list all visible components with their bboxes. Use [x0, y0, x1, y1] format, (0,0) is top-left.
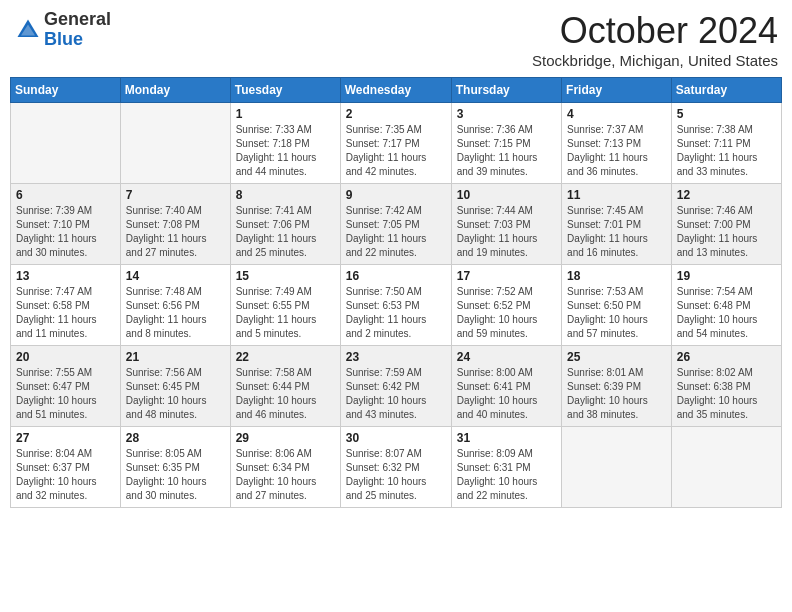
day-info: Sunrise: 7:40 AMSunset: 7:08 PMDaylight:… [126, 204, 225, 260]
day-info: Sunrise: 7:35 AMSunset: 7:17 PMDaylight:… [346, 123, 446, 179]
calendar-cell: 28Sunrise: 8:05 AMSunset: 6:35 PMDayligh… [120, 427, 230, 508]
day-number: 1 [236, 107, 335, 121]
weekday-header-row: SundayMondayTuesdayWednesdayThursdayFrid… [11, 78, 782, 103]
day-info: Sunrise: 7:42 AMSunset: 7:05 PMDaylight:… [346, 204, 446, 260]
calendar-cell: 26Sunrise: 8:02 AMSunset: 6:38 PMDayligh… [671, 346, 781, 427]
day-number: 20 [16, 350, 115, 364]
day-number: 22 [236, 350, 335, 364]
day-number: 9 [346, 188, 446, 202]
day-number: 27 [16, 431, 115, 445]
calendar-week-row: 20Sunrise: 7:55 AMSunset: 6:47 PMDayligh… [11, 346, 782, 427]
calendar-cell: 24Sunrise: 8:00 AMSunset: 6:41 PMDayligh… [451, 346, 561, 427]
day-info: Sunrise: 7:58 AMSunset: 6:44 PMDaylight:… [236, 366, 335, 422]
day-info: Sunrise: 8:01 AMSunset: 6:39 PMDaylight:… [567, 366, 666, 422]
calendar-cell: 10Sunrise: 7:44 AMSunset: 7:03 PMDayligh… [451, 184, 561, 265]
logo-text: General Blue [44, 10, 111, 50]
calendar-cell: 17Sunrise: 7:52 AMSunset: 6:52 PMDayligh… [451, 265, 561, 346]
logo: General Blue [14, 10, 111, 50]
calendar-cell: 22Sunrise: 7:58 AMSunset: 6:44 PMDayligh… [230, 346, 340, 427]
day-info: Sunrise: 7:55 AMSunset: 6:47 PMDaylight:… [16, 366, 115, 422]
day-number: 19 [677, 269, 776, 283]
day-info: Sunrise: 7:50 AMSunset: 6:53 PMDaylight:… [346, 285, 446, 341]
day-info: Sunrise: 7:53 AMSunset: 6:50 PMDaylight:… [567, 285, 666, 341]
calendar-cell: 15Sunrise: 7:49 AMSunset: 6:55 PMDayligh… [230, 265, 340, 346]
day-info: Sunrise: 7:36 AMSunset: 7:15 PMDaylight:… [457, 123, 556, 179]
calendar-table: SundayMondayTuesdayWednesdayThursdayFrid… [10, 77, 782, 508]
logo-general: General [44, 10, 111, 30]
calendar-week-row: 6Sunrise: 7:39 AMSunset: 7:10 PMDaylight… [11, 184, 782, 265]
calendar-cell: 29Sunrise: 8:06 AMSunset: 6:34 PMDayligh… [230, 427, 340, 508]
day-info: Sunrise: 7:41 AMSunset: 7:06 PMDaylight:… [236, 204, 335, 260]
weekday-header-friday: Friday [562, 78, 672, 103]
weekday-header-sunday: Sunday [11, 78, 121, 103]
day-info: Sunrise: 7:37 AMSunset: 7:13 PMDaylight:… [567, 123, 666, 179]
calendar-cell: 8Sunrise: 7:41 AMSunset: 7:06 PMDaylight… [230, 184, 340, 265]
calendar-cell: 13Sunrise: 7:47 AMSunset: 6:58 PMDayligh… [11, 265, 121, 346]
day-number: 6 [16, 188, 115, 202]
location: Stockbridge, Michigan, United States [532, 52, 778, 69]
calendar-cell: 30Sunrise: 8:07 AMSunset: 6:32 PMDayligh… [340, 427, 451, 508]
day-info: Sunrise: 7:45 AMSunset: 7:01 PMDaylight:… [567, 204, 666, 260]
day-number: 24 [457, 350, 556, 364]
calendar-cell: 9Sunrise: 7:42 AMSunset: 7:05 PMDaylight… [340, 184, 451, 265]
day-info: Sunrise: 7:48 AMSunset: 6:56 PMDaylight:… [126, 285, 225, 341]
day-number: 5 [677, 107, 776, 121]
day-number: 3 [457, 107, 556, 121]
weekday-header-monday: Monday [120, 78, 230, 103]
day-info: Sunrise: 7:49 AMSunset: 6:55 PMDaylight:… [236, 285, 335, 341]
day-info: Sunrise: 7:33 AMSunset: 7:18 PMDaylight:… [236, 123, 335, 179]
calendar-cell: 23Sunrise: 7:59 AMSunset: 6:42 PMDayligh… [340, 346, 451, 427]
month-title: October 2024 [532, 10, 778, 52]
calendar-cell: 3Sunrise: 7:36 AMSunset: 7:15 PMDaylight… [451, 103, 561, 184]
calendar-cell: 12Sunrise: 7:46 AMSunset: 7:00 PMDayligh… [671, 184, 781, 265]
day-info: Sunrise: 7:54 AMSunset: 6:48 PMDaylight:… [677, 285, 776, 341]
day-info: Sunrise: 8:06 AMSunset: 6:34 PMDaylight:… [236, 447, 335, 503]
day-number: 4 [567, 107, 666, 121]
day-number: 8 [236, 188, 335, 202]
calendar-week-row: 13Sunrise: 7:47 AMSunset: 6:58 PMDayligh… [11, 265, 782, 346]
weekday-header-wednesday: Wednesday [340, 78, 451, 103]
calendar-cell: 14Sunrise: 7:48 AMSunset: 6:56 PMDayligh… [120, 265, 230, 346]
day-info: Sunrise: 7:59 AMSunset: 6:42 PMDaylight:… [346, 366, 446, 422]
day-number: 21 [126, 350, 225, 364]
calendar-cell: 31Sunrise: 8:09 AMSunset: 6:31 PMDayligh… [451, 427, 561, 508]
page-header: General Blue October 2024 Stockbridge, M… [10, 10, 782, 69]
calendar-cell: 5Sunrise: 7:38 AMSunset: 7:11 PMDaylight… [671, 103, 781, 184]
day-number: 26 [677, 350, 776, 364]
logo-blue: Blue [44, 30, 111, 50]
day-number: 15 [236, 269, 335, 283]
day-info: Sunrise: 8:02 AMSunset: 6:38 PMDaylight:… [677, 366, 776, 422]
calendar-cell: 7Sunrise: 7:40 AMSunset: 7:08 PMDaylight… [120, 184, 230, 265]
weekday-header-tuesday: Tuesday [230, 78, 340, 103]
day-info: Sunrise: 7:52 AMSunset: 6:52 PMDaylight:… [457, 285, 556, 341]
day-info: Sunrise: 7:56 AMSunset: 6:45 PMDaylight:… [126, 366, 225, 422]
calendar-cell: 25Sunrise: 8:01 AMSunset: 6:39 PMDayligh… [562, 346, 672, 427]
day-number: 14 [126, 269, 225, 283]
logo-icon [14, 16, 42, 44]
calendar-cell [562, 427, 672, 508]
day-number: 23 [346, 350, 446, 364]
day-info: Sunrise: 8:09 AMSunset: 6:31 PMDaylight:… [457, 447, 556, 503]
calendar-week-row: 27Sunrise: 8:04 AMSunset: 6:37 PMDayligh… [11, 427, 782, 508]
day-number: 13 [16, 269, 115, 283]
calendar-cell: 21Sunrise: 7:56 AMSunset: 6:45 PMDayligh… [120, 346, 230, 427]
calendar-cell: 18Sunrise: 7:53 AMSunset: 6:50 PMDayligh… [562, 265, 672, 346]
day-number: 25 [567, 350, 666, 364]
day-info: Sunrise: 7:47 AMSunset: 6:58 PMDaylight:… [16, 285, 115, 341]
calendar-cell: 6Sunrise: 7:39 AMSunset: 7:10 PMDaylight… [11, 184, 121, 265]
day-number: 7 [126, 188, 225, 202]
calendar-cell: 27Sunrise: 8:04 AMSunset: 6:37 PMDayligh… [11, 427, 121, 508]
day-number: 12 [677, 188, 776, 202]
day-info: Sunrise: 7:38 AMSunset: 7:11 PMDaylight:… [677, 123, 776, 179]
weekday-header-thursday: Thursday [451, 78, 561, 103]
weekday-header-saturday: Saturday [671, 78, 781, 103]
calendar-cell [671, 427, 781, 508]
calendar-cell: 11Sunrise: 7:45 AMSunset: 7:01 PMDayligh… [562, 184, 672, 265]
day-info: Sunrise: 7:39 AMSunset: 7:10 PMDaylight:… [16, 204, 115, 260]
day-info: Sunrise: 8:00 AMSunset: 6:41 PMDaylight:… [457, 366, 556, 422]
day-number: 2 [346, 107, 446, 121]
day-info: Sunrise: 7:46 AMSunset: 7:00 PMDaylight:… [677, 204, 776, 260]
day-number: 18 [567, 269, 666, 283]
day-number: 28 [126, 431, 225, 445]
day-info: Sunrise: 8:05 AMSunset: 6:35 PMDaylight:… [126, 447, 225, 503]
